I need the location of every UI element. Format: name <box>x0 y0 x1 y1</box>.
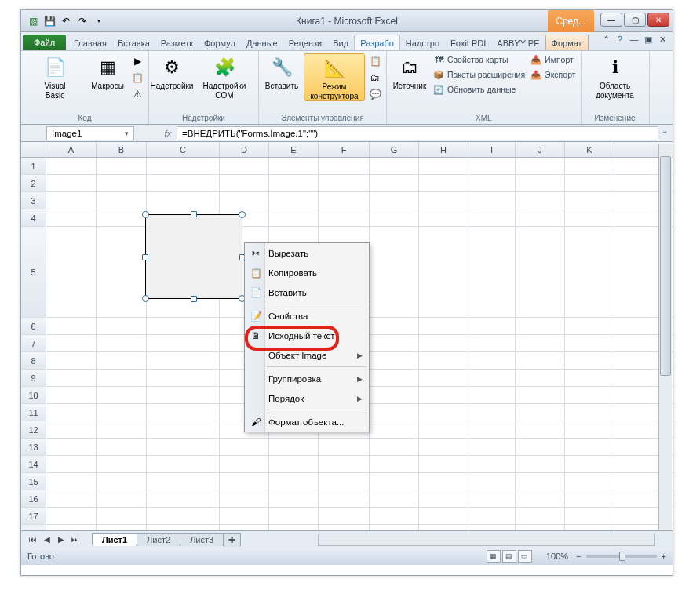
cell-E17[interactable] <box>269 508 319 524</box>
sheet-tab-2[interactable]: Лист2 <box>137 533 180 546</box>
qat-dropdown-icon[interactable]: ▾ <box>92 14 106 28</box>
ctx-paste[interactable]: 📄Вставить <box>245 282 369 302</box>
cell-E16[interactable] <box>269 490 319 507</box>
cell-J10[interactable] <box>516 387 565 403</box>
cell-J9[interactable] <box>516 370 565 386</box>
cell-J4[interactable] <box>516 209 565 226</box>
column-header-C[interactable]: C <box>147 142 220 157</box>
cell-E3[interactable] <box>269 192 319 209</box>
tab-foxit[interactable]: Foxit PDI <box>445 35 491 50</box>
cell-B15[interactable] <box>97 473 147 490</box>
cell-H16[interactable] <box>419 490 468 507</box>
cell-D16[interactable] <box>220 490 269 507</box>
tab-review[interactable]: Рецензи <box>283 35 328 50</box>
cell-G3[interactable] <box>370 192 419 209</box>
resize-handle-ne[interactable] <box>239 211 246 218</box>
tab-addins[interactable]: Надстро <box>400 35 445 50</box>
formula-input[interactable]: =ВНЕДРИТЬ("Forms.Image.1";"") <box>177 126 658 140</box>
cell-D3[interactable] <box>220 192 269 209</box>
cell-H10[interactable] <box>419 387 468 403</box>
cell-E2[interactable] <box>269 175 319 191</box>
cell-F16[interactable] <box>319 490 370 507</box>
cell-C16[interactable] <box>147 490 220 507</box>
cell-C9[interactable] <box>147 370 220 386</box>
cell-A6[interactable] <box>46 318 97 334</box>
vertical-scrollbar[interactable] <box>658 144 672 530</box>
cell-I10[interactable] <box>468 387 516 403</box>
column-header-F[interactable]: F <box>319 142 370 157</box>
cell-B7[interactable] <box>97 335 147 351</box>
zoom-slider-thumb[interactable] <box>619 552 625 561</box>
cell-J12[interactable] <box>516 421 565 438</box>
sheet-tab-3[interactable]: Лист3 <box>180 533 224 546</box>
ctx-view-code[interactable]: 🗎Исходный текст <box>245 326 369 345</box>
cell-C13[interactable] <box>147 439 220 455</box>
ctx-properties[interactable]: 📝Свойства <box>245 306 369 326</box>
cell-K2[interactable] <box>565 175 614 191</box>
column-header-A[interactable]: A <box>46 142 97 157</box>
cell-D14[interactable] <box>220 456 269 472</box>
ctx-image-object[interactable]: Объект Image▶ <box>245 345 369 365</box>
workbook-close-icon[interactable]: ✕ <box>657 35 668 45</box>
cell-A12[interactable] <box>46 421 97 438</box>
tab-developer[interactable]: Разрабо <box>354 35 400 50</box>
cell-B2[interactable] <box>97 175 147 191</box>
cell-D17[interactable] <box>220 508 269 524</box>
cell-A8[interactable] <box>46 352 97 369</box>
column-header-H[interactable]: H <box>419 142 468 157</box>
cell-A15[interactable] <box>46 473 97 490</box>
row-header-5[interactable]: 5 <box>21 227 46 317</box>
cell-I5[interactable] <box>468 227 516 317</box>
cell-F4[interactable] <box>319 209 370 226</box>
resize-handle-nw[interactable] <box>142 211 149 218</box>
cell-B13[interactable] <box>97 439 147 455</box>
column-header-J[interactable]: J <box>516 142 565 157</box>
cell-K1[interactable] <box>565 158 614 174</box>
mini-button[interactable]: 💬 <box>367 86 383 102</box>
cell-B10[interactable] <box>97 387 147 403</box>
cell-J11[interactable] <box>516 404 565 421</box>
mini-button[interactable]: ▶ <box>129 53 145 69</box>
view-normal-icon[interactable]: ▦ <box>487 550 501 563</box>
zoom-out-button[interactable]: − <box>576 552 581 561</box>
design-mode-button[interactable]: 📐Режим конструктора <box>304 53 365 101</box>
cell-H9[interactable] <box>419 370 468 386</box>
cell-H1[interactable] <box>419 158 468 174</box>
cell-F3[interactable] <box>319 192 370 209</box>
cell-J5[interactable] <box>516 227 565 317</box>
cell-H4[interactable] <box>419 209 468 226</box>
cell-I18[interactable] <box>468 525 516 530</box>
cell-K9[interactable] <box>565 370 614 386</box>
expansion-packs[interactable]: 📦Пакеты расширения <box>432 68 527 81</box>
cell-K6[interactable] <box>565 318 614 334</box>
column-header-E[interactable]: E <box>269 142 319 157</box>
row-header-2[interactable]: 2 <box>21 175 46 191</box>
image-control-object[interactable] <box>145 214 242 299</box>
cell-F17[interactable] <box>319 508 370 524</box>
cell-J13[interactable] <box>516 439 565 455</box>
cell-H5[interactable] <box>419 227 468 317</box>
cell-J1[interactable] <box>516 158 565 174</box>
cell-G6[interactable] <box>370 318 419 334</box>
cell-I3[interactable] <box>468 192 516 209</box>
cell-I11[interactable] <box>468 404 516 421</box>
cell-C11[interactable] <box>147 404 220 421</box>
workbook-minimize-icon[interactable]: — <box>629 35 640 45</box>
column-header-I[interactable]: I <box>468 142 516 157</box>
insert-control-button[interactable]: 🔧Вставить <box>262 53 301 91</box>
cell-G17[interactable] <box>370 508 419 524</box>
cell-C8[interactable] <box>147 352 220 369</box>
ctx-order[interactable]: Порядок▶ <box>245 388 369 408</box>
tab-insert[interactable]: Вставка <box>112 35 155 50</box>
cell-K11[interactable] <box>565 404 614 421</box>
refresh-data[interactable]: 🔄Обновить данные <box>432 83 527 96</box>
cell-H14[interactable] <box>419 456 468 472</box>
column-header-G[interactable]: G <box>370 142 419 157</box>
tab-abbyy[interactable]: ABBYY PE <box>491 35 545 50</box>
cell-H6[interactable] <box>419 318 468 334</box>
cell-D13[interactable] <box>220 439 269 455</box>
spreadsheet-grid[interactable]: ABCDEFGHIJK 1234567891011121314151617181… <box>21 142 673 530</box>
cell-B18[interactable] <box>97 525 147 530</box>
ctx-grouping[interactable]: Группировка▶ <box>245 369 369 388</box>
undo-icon[interactable]: ↶ <box>59 14 73 28</box>
